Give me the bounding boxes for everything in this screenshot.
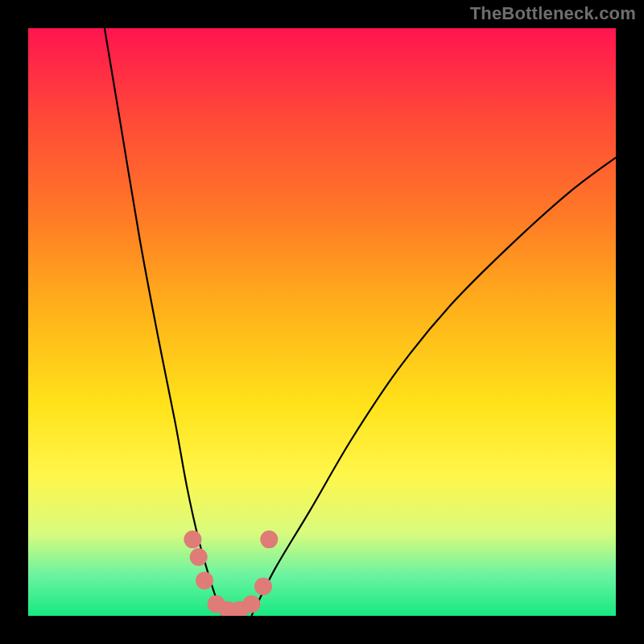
data-marker	[184, 530, 201, 548]
data-marker	[190, 548, 208, 566]
data-marker	[254, 578, 272, 596]
data-marker	[260, 530, 278, 548]
chart-frame: TheBottleneck.com	[0, 0, 644, 644]
right-branch-curve	[251, 158, 616, 616]
marker-group	[184, 530, 278, 616]
left-branch-curve	[105, 28, 222, 616]
data-marker	[242, 595, 260, 613]
curves-svg	[28, 28, 616, 616]
watermark-text: TheBottleneck.com	[470, 3, 636, 24]
plot-area	[28, 28, 616, 616]
data-marker	[196, 572, 213, 589]
